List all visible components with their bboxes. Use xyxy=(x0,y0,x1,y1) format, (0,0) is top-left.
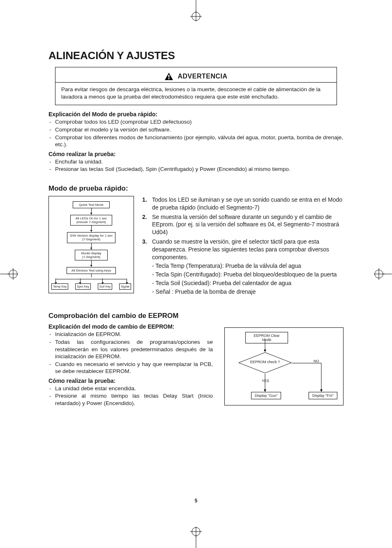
flow-node: EEPROM Clear Mode xyxy=(245,332,288,343)
page-number: 5 xyxy=(195,498,198,504)
key-cell: Spin Key xyxy=(75,283,91,290)
yes-label: YES xyxy=(262,379,269,383)
step-item: Todos los LED se iluminan y se oye un so… xyxy=(142,196,344,212)
list-item: Presionar las teclas Soil (Suciedad), Sp… xyxy=(48,166,344,173)
flow-node: Model display (7-Segment) xyxy=(75,250,108,260)
quicktest-heading: Modo de prueba rápido: xyxy=(48,184,344,193)
svg-rect-18 xyxy=(168,78,170,79)
eeprom-explanation-list: Inicialización de EEPROM. Todas las conf… xyxy=(48,331,213,375)
eeprom-explanation-heading: Explicación del modo de cambio de EEPROM… xyxy=(48,323,213,330)
key-cell: Temp Key xyxy=(51,283,68,290)
flow-node: Quick Test Mode xyxy=(73,201,110,208)
flow-node: Display "Goo" xyxy=(251,392,281,399)
step-sub: - Señal : Prueba de la bomba de drenaje xyxy=(152,288,344,296)
list-item: Todas las configuraciones de programas/o… xyxy=(48,338,213,360)
quicktest-steps: Todos los LED se iluminan y se oye un so… xyxy=(142,196,344,297)
eeprom-diagram: EEPROM Clear Mode EEPROM check ? NO YES … xyxy=(224,327,344,405)
flow-node: All LEDs On for 1 sec (include 7-Segment… xyxy=(70,215,112,226)
warning-box: ADVERTENCIA Para evitar riesgos de desca… xyxy=(55,67,337,105)
list-item: Enchufar la unidad. xyxy=(48,158,344,166)
list-item: Comprobar los diferentes modos de funcio… xyxy=(48,134,344,148)
decision-node: EEPROM check ? xyxy=(238,352,292,373)
no-label: NO xyxy=(314,359,319,363)
key-cell: Soil Key xyxy=(98,283,113,290)
list-item: Inicialización de EEPROM. xyxy=(48,331,213,338)
quicktest-howto-list: Enchufar la unidad. Presionar las teclas… xyxy=(48,158,344,173)
quicktest-howto-heading: Cómo realizar la prueba: xyxy=(48,151,344,157)
key-cell: Signal xyxy=(119,283,131,290)
warning-icon xyxy=(164,72,173,81)
eeprom-howto-list: La unidad debe estar encendida. Presione… xyxy=(48,385,213,407)
quicktest-explanation-heading: Explicación del Modo de prueba rápido: xyxy=(48,111,344,117)
quicktest-explanation-list: Comprobar todos los LED (comprobar LED d… xyxy=(48,118,344,148)
step-sub: - Tecla Spin (Centrifugado): Prueba del … xyxy=(152,271,344,279)
quicktest-diagram: Quick Test Mode All LEDs On for 1 sec (i… xyxy=(48,196,134,294)
list-item: Presione al mismo tiempo las teclas Dela… xyxy=(48,392,213,407)
eeprom-heading: Comprobación del cambio de EEPROM xyxy=(48,312,344,320)
eeprom-howto-heading: Cómo realizar la prueba: xyxy=(48,378,213,384)
svg-rect-17 xyxy=(168,75,170,78)
warning-body: Para evitar riesgos de descarga eléctric… xyxy=(55,83,337,105)
step-intro: Cuando se muestre la versión, gire el se… xyxy=(152,238,329,260)
list-item: Comprobar todos los LED (comprobar LED d… xyxy=(48,118,344,126)
decision-label: EEPROM check ? xyxy=(238,360,292,364)
step-item: Se muestra la versión del software duran… xyxy=(142,213,344,237)
step-item: Cuando se muestre la versión, gire el se… xyxy=(142,238,344,295)
list-item: Cuando es necesario el servicio y hay qu… xyxy=(48,361,213,375)
flow-node: Display "FAI" xyxy=(309,392,337,399)
step-sub: - Tecla Soil (Suciedad): Prueba del cale… xyxy=(152,279,344,287)
warning-title: ADVERTENCIA xyxy=(178,73,227,80)
page-title: ALINEACIÓN Y AJUSTES xyxy=(48,49,344,62)
flow-node: All Devices Test using keys xyxy=(67,267,116,274)
list-item: La unidad debe estar encendida. xyxy=(48,385,213,392)
list-item: Comprobar el modelo y la versión del sof… xyxy=(48,126,344,134)
flow-node: S/W Version display for 1 sec (7-Segment… xyxy=(67,232,115,243)
step-sub: - Tecla Temp (Temperatura): Prueba de la… xyxy=(152,262,344,270)
